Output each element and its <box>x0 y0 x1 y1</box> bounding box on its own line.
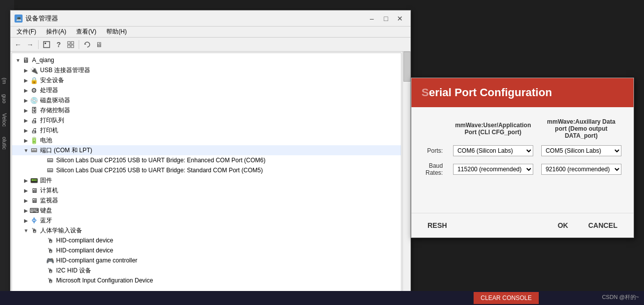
usb-label: USB 连接器管理器 <box>40 66 90 75</box>
security-label: 安全设备 <box>40 76 64 85</box>
com5-label: Silicon Labs Dual CP2105 USB to UART Bri… <box>56 167 263 174</box>
svg-rect-9 <box>34 149 35 150</box>
tree-item-printer[interactable]: ▶ 🖨 打印机 <box>12 125 401 135</box>
menu-help[interactable]: 帮助(H) <box>102 27 131 37</box>
svg-rect-14 <box>51 159 52 160</box>
toolbar-btn-refresh[interactable] <box>82 39 93 50</box>
toolbar: ← → ? 🖥 <box>11 38 410 52</box>
port2-select[interactable]: COM5 (Silicon Labs) COM6 (Silicon Labs) <box>541 145 621 156</box>
tree-item-printq[interactable]: ▶ 🖨 打印队列 <box>12 115 401 125</box>
maximize-button[interactable]: □ <box>379 13 392 24</box>
tree-item-computer[interactable]: ▶ 🖥 计算机 <box>12 185 401 195</box>
storage-label: 存储控制器 <box>40 106 70 115</box>
sidebar-label-guo: guo <box>0 92 9 106</box>
disk-label: 磁盘驱动器 <box>40 96 70 105</box>
disk-icon: 💿 <box>30 96 38 104</box>
tree-item-i2c[interactable]: ▶ 🖱 I2C HID 设备 <box>12 265 401 275</box>
monitor-expand-icon: ▶ <box>22 196 30 204</box>
sd-header: Serial Port Configuration <box>411 78 633 107</box>
tree-item-hid-1[interactable]: ▶ 🖱 HID-compliant device <box>12 235 401 245</box>
empty-header <box>421 115 449 142</box>
tree-item-hid[interactable]: ▼ 🖱 人体学输入设备 <box>12 225 401 235</box>
port1-cell[interactable]: COM6 (Silicon Labs) COM5 (Silicon Labs) <box>449 142 537 159</box>
refresh-label: RESH <box>427 221 447 229</box>
monitor-icon: 🖥 <box>30 196 38 204</box>
computer-expand-icon: ▶ <box>22 186 30 194</box>
tree-item-hid-game[interactable]: ▶ 🎮 HID-compliant game controller <box>12 255 401 265</box>
baud1-select[interactable]: 115200 (recommended) 9600 <box>453 164 533 175</box>
tree-scrollbar[interactable] <box>402 52 410 295</box>
tree-item-bluetooth[interactable]: ▶ 蓝牙 <box>12 215 401 225</box>
battery-label: 电池 <box>40 136 52 145</box>
bt-icon <box>30 216 38 224</box>
menu-file[interactable]: 文件(F) <box>13 27 40 37</box>
tree-item-processor[interactable]: ▶ ⚙ 处理器 <box>12 85 401 95</box>
svg-rect-0 <box>44 42 50 48</box>
back-button[interactable]: ← <box>13 39 24 50</box>
svg-rect-16 <box>48 169 49 170</box>
svg-rect-12 <box>48 159 49 160</box>
port1-select[interactable]: COM6 (Silicon Labs) COM5 (Silicon Labs) <box>453 145 533 156</box>
computer-icon: 🖥 <box>22 56 30 64</box>
toolbar-divider-2 <box>79 40 79 49</box>
printer-icon: 🖨 <box>30 126 38 134</box>
scrollbar-thumb[interactable] <box>403 52 410 82</box>
cancel-button[interactable]: CANCEL <box>582 217 623 233</box>
port2-cell[interactable]: COM5 (Silicon Labs) COM6 (Silicon Labs) <box>537 142 625 159</box>
col1-header: mmWave:User/ApplicationPort (CLI CFG_por… <box>449 115 537 142</box>
tree-item-battery[interactable]: ▶ 🔋 电池 <box>12 135 401 145</box>
menubar: 文件(F) 操作(A) 查看(V) 帮助(H) <box>11 27 410 38</box>
clear-console-button[interactable]: CLEAR CONSOLE <box>474 292 539 304</box>
hid1-icon: 🖱 <box>46 236 54 244</box>
tree-item-hid-2[interactable]: ▶ 🖱 HID-compliant device <box>12 245 401 255</box>
minimize-button[interactable]: – <box>365 13 378 24</box>
toolbar-btn-1[interactable] <box>41 39 52 50</box>
titlebar: 💻 设备管理器 – □ ✕ <box>11 11 410 27</box>
dm-content: ▼ 🖥 A_qiang ▶ 🔌 USB 连接器管理器 ▶ 🔒 安全设备 ▶ ⚙ … <box>11 52 410 295</box>
baud2-cell[interactable]: 921600 (recommended) 115200 <box>537 159 625 179</box>
forward-button[interactable]: → <box>25 39 36 50</box>
svg-rect-2 <box>68 42 70 44</box>
com6-icon <box>46 156 54 164</box>
battery-icon: 🔋 <box>30 136 38 144</box>
monitor-label: 监视器 <box>40 196 58 205</box>
tree-item-com[interactable]: ▼ 端口 (COM 和 LPT) <box>12 145 401 155</box>
tree-item-com6[interactable]: ▶ Silicon Labs Dual CP2105 USB to UART B… <box>12 155 401 165</box>
disk-expand-icon: ▶ <box>22 96 30 104</box>
device-tree[interactable]: ▼ 🖥 A_qiang ▶ 🔌 USB 连接器管理器 ▶ 🔒 安全设备 ▶ ⚙ … <box>12 53 401 294</box>
tree-item-storage[interactable]: ▶ 🗄 存储控制器 <box>12 105 401 115</box>
toolbar-btn-help[interactable]: ? <box>53 39 64 50</box>
tree-item-firmware[interactable]: ▶ 📟 固件 <box>12 175 401 185</box>
com-icon <box>30 146 38 154</box>
refresh-button[interactable]: RESH <box>421 217 453 233</box>
tree-item-ms-input[interactable]: ▶ 🖱 Microsoft Input Configuration Device <box>12 275 401 285</box>
ms-input-icon: 🖱 <box>46 276 54 284</box>
toolbar-btn-monitor[interactable]: 🖥 <box>94 39 105 50</box>
tree-item-monitor[interactable]: ▶ 🖥 监视器 <box>12 195 401 205</box>
menu-view[interactable]: 查看(V) <box>72 27 100 37</box>
usb-expand-icon: ▶ <box>22 66 30 74</box>
close-button[interactable]: ✕ <box>393 13 406 24</box>
tree-item-usb[interactable]: ▶ 🔌 USB 连接器管理器 <box>12 65 401 75</box>
dm-app-icon: 💻 <box>15 15 23 23</box>
dm-title: 设备管理器 <box>26 14 365 23</box>
toolbar-btn-grid[interactable] <box>65 39 76 50</box>
svg-rect-8 <box>32 149 33 150</box>
tree-item-disk[interactable]: ▶ 💿 磁盘驱动器 <box>12 95 401 105</box>
tree-item-com5[interactable]: ▶ Silicon Labs Dual CP2105 USB to UART B… <box>12 165 401 175</box>
hid-game-label: HID-compliant game controller <box>56 257 137 264</box>
tree-item-security[interactable]: ▶ 🔒 安全设备 <box>12 75 401 85</box>
fw-expand-icon: ▶ <box>22 176 30 184</box>
sd-footer: RESH OK CANCEL <box>411 213 633 237</box>
proc-icon: ⚙ <box>30 86 38 94</box>
tree-item-keyboard[interactable]: ▶ ⌨ 键盘 <box>12 205 401 215</box>
printer-expand-icon: ▶ <box>22 126 30 134</box>
printq-label: 打印队列 <box>40 116 64 125</box>
hid1-label: HID-compliant device <box>56 237 113 244</box>
ok-button[interactable]: OK <box>552 217 574 233</box>
menu-action[interactable]: 操作(A) <box>42 27 70 37</box>
sd-config-table: mmWave:User/ApplicationPort (CLI CFG_por… <box>421 115 625 179</box>
baud1-cell[interactable]: 115200 (recommended) 9600 <box>449 159 537 179</box>
tree-root[interactable]: ▼ 🖥 A_qiang <box>12 55 401 65</box>
baud2-select[interactable]: 921600 (recommended) 115200 <box>541 164 621 175</box>
